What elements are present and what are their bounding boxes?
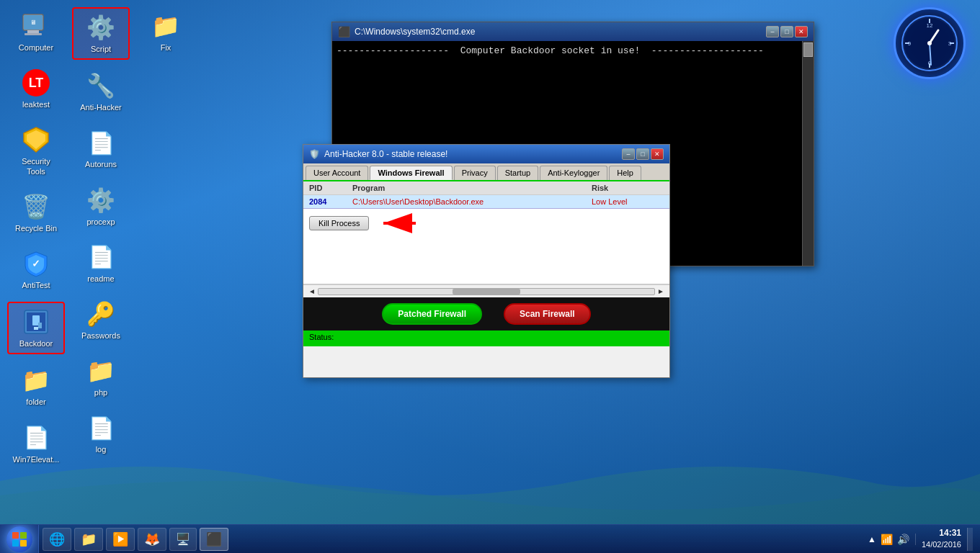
taskbar-sys-icons: ▲ 📶 🔊 [868, 534, 916, 545]
desktop-icon-leaktest[interactable]: LT leaktest [7, 64, 65, 114]
taskbar-item-app[interactable]: 🖥️ [169, 528, 197, 551]
ah-table-row[interactable]: 2084 C:\Users\User\Desktop\Backdoor.exe … [303, 195, 669, 209]
ah-scroll-left-button[interactable]: ◄ [306, 287, 318, 295]
cmd-minimize-button[interactable]: – [766, 26, 779, 37]
security-tools-icon [22, 125, 50, 154]
desktop-icon-passwords[interactable]: 🔑 Passwords [72, 295, 130, 345]
log-icon: 📄 [86, 413, 115, 442]
cmd-taskbar-icon: ⬛ [206, 531, 222, 547]
ah-body: PID Program Risk 2084 C:\Users\User\Desk… [303, 181, 669, 297]
antitest-icon: ✓ [22, 249, 50, 278]
desktop-icon-backdoor[interactable]: Backdoor [7, 302, 65, 354]
ah-kill-area: Kill Process [303, 209, 669, 238]
desktop-icon-folder[interactable]: 📁 folder [7, 361, 65, 411]
passwords-icon-label: Passwords [81, 331, 120, 341]
ah-close-button[interactable]: ✕ [651, 148, 664, 160]
svg-text:3: 3 [948, 40, 952, 47]
ah-status-bar: Status: [303, 331, 669, 346]
ah-tabs: User Account Windows Firewall Privacy St… [303, 163, 669, 181]
cmd-close-button[interactable]: ✕ [795, 26, 808, 37]
desktop-icon-php[interactable]: 📁 php [72, 352, 130, 402]
ah-scroll-right-button[interactable]: ► [655, 287, 667, 295]
ah-horizontal-scrollbar[interactable] [318, 288, 655, 295]
volume-icon[interactable]: 🔊 [897, 534, 909, 545]
svg-text:9: 9 [908, 40, 912, 47]
ah-empty-table-space [303, 238, 669, 284]
desktop-icon-procexp[interactable]: ⚙️ procexp [72, 181, 130, 231]
ah-row-risk: Low Level [592, 197, 664, 206]
cmd-scrollbar-thumb[interactable] [803, 42, 813, 57]
fix-icon: 📁 [151, 12, 180, 40]
media-player-icon: ▶️ [112, 531, 128, 547]
cmd-text-content: -------------------- Computer Backdoor s… [337, 45, 809, 56]
cmd-output-text: -------------------- Computer Backdoor s… [337, 45, 764, 56]
leaktest-icon: LT [22, 68, 50, 97]
patched-firewall-button[interactable]: Patched Firewall [382, 303, 482, 325]
script-icon: ⚙️ [86, 13, 115, 42]
taskbar-item-cmd[interactable]: ⬛ [200, 528, 228, 551]
ah-titlebar[interactable]: 🛡️ Anti-Hacker 8.0 - stable release! – □… [303, 145, 669, 163]
recycle-bin-icon-label: Recycle Bin [15, 224, 57, 233]
network-icon[interactable]: 📶 [881, 534, 893, 545]
svg-text:🖥: 🖥 [30, 19, 37, 26]
desktop-icon-anti-hacker[interactable]: 🔧 Anti-Hacker [72, 67, 130, 117]
taskbar-clock[interactable]: 14:31 14/02/2016 [922, 527, 961, 550]
svg-rect-29 [20, 532, 27, 539]
app-icon: 🖥️ [176, 532, 190, 546]
taskbar-right: ▲ 📶 🔊 14:31 14/02/2016 [860, 527, 980, 550]
ah-minimize-button[interactable]: – [622, 148, 635, 160]
ah-maximize-button[interactable]: □ [636, 148, 649, 160]
desktop-icon-autoruns[interactable]: 📄 Autoruns [72, 124, 130, 174]
tab-windows-firewall[interactable]: Windows Firewall [370, 166, 452, 180]
kill-process-arrow [376, 213, 419, 233]
recycle-bin-icon: 🗑️ [22, 192, 50, 221]
taskbar-item-ie[interactable]: 🌐 [43, 528, 71, 551]
svg-rect-3 [24, 33, 42, 35]
desktop-icon-recycle-bin[interactable]: 🗑️ Recycle Bin [7, 188, 65, 238]
tab-anti-keylogger[interactable]: Anti-Keylogger [540, 166, 607, 180]
svg-rect-28 [12, 532, 19, 539]
cmd-titlebar-icon: ⬛ [338, 26, 350, 37]
anti-hacker-icon-label: Anti-Hacker [80, 103, 121, 112]
taskbar-item-explorer[interactable]: 📁 [74, 528, 103, 551]
desktop-icon-antitest[interactable]: ✓ AntiTest [7, 245, 65, 295]
explorer-icon: 📁 [81, 531, 97, 547]
start-button[interactable] [0, 525, 39, 554]
tab-startup[interactable]: Startup [497, 166, 538, 180]
cmd-titlebar-left: ⬛ C:\Windows\system32\cmd.exe [338, 26, 475, 37]
notification-area-expand-icon[interactable]: ▲ [868, 534, 876, 544]
autoruns-icon-label: Autoruns [85, 160, 117, 169]
antihacker-window: 🛡️ Anti-Hacker 8.0 - stable release! – □… [303, 144, 670, 378]
anti-hacker-icon: 🔧 [86, 71, 115, 100]
cmd-titlebar[interactable]: ⬛ C:\Windows\system32\cmd.exe – □ ✕ [332, 22, 814, 41]
taskbar-item-media[interactable]: ▶️ [106, 528, 135, 551]
taskbar-time: 14:31 [922, 527, 961, 539]
ah-bottom-bar: Patched Firewall Scan Firewall [303, 297, 669, 331]
tab-help[interactable]: Help [609, 166, 641, 180]
cmd-maximize-button[interactable]: □ [780, 26, 793, 37]
antitest-icon-label: AntiTest [22, 281, 50, 290]
taskbar-item-firefox[interactable]: 🦊 [138, 528, 166, 551]
log-icon-label: log [96, 445, 107, 454]
desktop-icon-fix[interactable]: 📁 Fix [137, 7, 195, 57]
desktop-icon-readme[interactable]: 📄 readme [72, 238, 130, 288]
tab-privacy[interactable]: Privacy [454, 166, 496, 180]
desktop-icon-security-tools[interactable]: Security Tools [7, 121, 65, 180]
kill-process-button[interactable]: Kill Process [309, 216, 369, 230]
show-desktop-button[interactable] [967, 528, 973, 551]
ah-col-header-program: Program [352, 184, 592, 192]
passwords-icon: 🔑 [86, 300, 115, 328]
ah-scrollbar-area: ◄ ► [303, 284, 669, 297]
desktop-icon-computer[interactable]: 🖥 Computer [7, 7, 65, 57]
desktop-icon-script[interactable]: ⚙️ Script [72, 7, 130, 60]
backdoor-icon-label: Backdoor [19, 339, 53, 349]
cmd-scrollbar[interactable] [802, 41, 814, 266]
tab-user-account[interactable]: User Account [306, 166, 368, 180]
ah-title: Anti-Hacker 8.0 - stable release! [324, 149, 447, 159]
svg-rect-11 [34, 327, 38, 330]
desktop-icon-win7elevat[interactable]: 📄 Win7Elevat... [7, 419, 65, 469]
ah-scrollbar-thumb[interactable] [453, 289, 520, 295]
desktop-icon-log[interactable]: 📄 log [72, 409, 130, 459]
svg-rect-12 [38, 323, 42, 328]
scan-firewall-button[interactable]: Scan Firewall [504, 303, 591, 325]
